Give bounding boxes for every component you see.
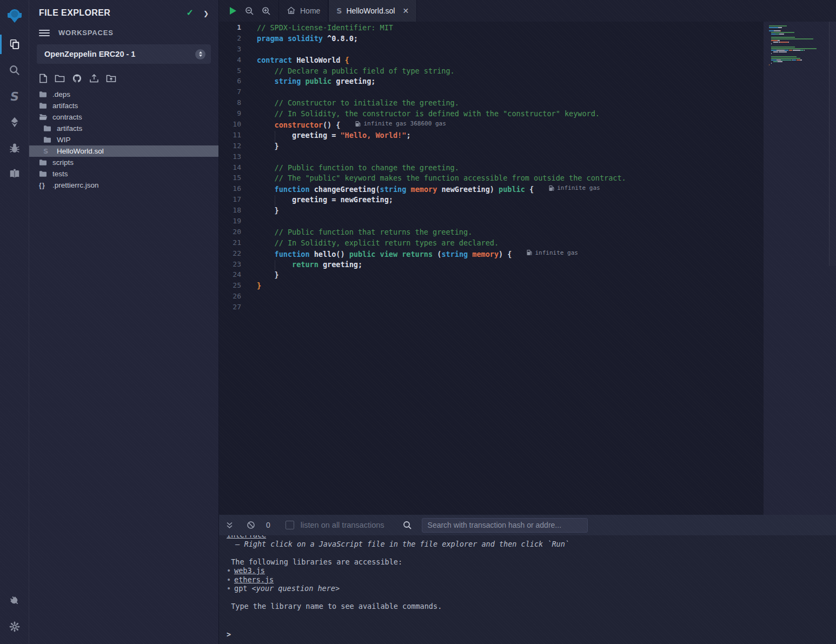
terminal-line[interactable]: •ethers.js [227,575,836,585]
line-number[interactable]: 23 [219,260,250,271]
load-folder-icon[interactable] [106,74,116,83]
tab-home[interactable]: Home [278,0,328,22]
listen-transactions-label: listen on all transactions [301,521,384,529]
tree-item--deps[interactable]: .deps [29,89,218,100]
code-line-22[interactable]: function hello() public view returns (st… [250,249,764,260]
activity-deploy-run-icon[interactable] [0,109,29,135]
line-number[interactable]: 2 [219,34,250,45]
code-line-21[interactable]: // In Solidity, explicit return types ar… [250,238,764,249]
code-line-2[interactable]: pragma solidity ^0.8.0; [250,34,764,45]
code-line-4[interactable]: contract HelloWorld { [250,56,764,67]
code-line-3[interactable] [250,45,764,56]
listen-transactions-checkbox[interactable] [286,521,294,529]
workspace-dropdown[interactable]: OpenZeppelin ERC20 - 1 [37,44,211,64]
double-chevron-down-icon[interactable] [225,521,234,529]
zoom-in-icon[interactable] [262,6,271,16]
code-line-6[interactable]: string public greeting; [250,77,764,88]
line-number[interactable]: 8 [219,98,250,109]
activity-debugger-icon[interactable] [0,135,29,161]
code-line-11[interactable]: greeting = "Hello, World!"; [250,131,764,142]
line-number[interactable]: 11 [219,131,250,142]
activity-learn-book-icon[interactable] [0,161,29,187]
minimap[interactable] [764,22,836,515]
line-number[interactable]: 1 [219,23,250,34]
tree-item-scripts[interactable]: scripts [29,157,218,168]
code-line-25[interactable]: } [250,281,764,292]
line-number[interactable]: 17 [219,195,250,206]
line-number[interactable]: 16 [219,184,250,195]
github-gist-icon[interactable] [72,74,82,83]
line-number[interactable]: 12 [219,142,250,152]
code-line-23[interactable]: return greeting; [250,260,764,271]
code-line-13[interactable] [250,152,764,163]
activity-plugin-manager-icon[interactable] [0,588,29,614]
code-line-20[interactable]: // Public function that returns the gree… [250,228,764,238]
code-line-1[interactable]: // SPDX-License-Identifier: MIT [250,23,764,34]
line-number[interactable]: 20 [219,228,250,238]
code-line-16[interactable]: function changeGreeting(string memory ne… [250,184,764,195]
tree-item-artifacts[interactable]: artifacts [29,123,218,134]
activity-remix-logo[interactable] [0,0,29,31]
code-line-12[interactable]: } [250,142,764,152]
zoom-out-icon[interactable] [245,6,254,16]
terminal-line[interactable]: •web3.js [227,566,836,575]
line-number[interactable]: 6 [219,77,250,88]
tree-item-contracts[interactable]: contracts [29,111,218,123]
code-line-7[interactable] [250,88,764,98]
chevron-right-icon[interactable] [203,8,209,18]
line-number[interactable]: 5 [219,67,250,77]
line-number[interactable]: 13 [219,152,250,163]
line-number[interactable]: 19 [219,217,250,228]
line-number[interactable]: 22 [219,249,250,260]
tree-item-artifacts[interactable]: artifacts [29,100,218,111]
code-line-10[interactable]: constructor() {infinite gas 368600 gas [250,120,764,131]
upload-file-icon[interactable] [89,74,99,83]
run-play-icon[interactable] [228,6,237,16]
new-file-icon[interactable] [39,74,48,83]
tree-item-tests[interactable]: tests [29,168,218,180]
code-line-27[interactable] [250,303,764,314]
line-number[interactable]: 10 [219,120,250,131]
terminal-prompt[interactable]: > [227,629,836,641]
tree-item--prettierrc-json[interactable]: { }.prettierrc.json [29,180,218,191]
tree-item-wip[interactable]: WIP [29,134,218,145]
block-icon[interactable] [247,521,255,529]
code-line-15[interactable]: // The "public" keyword makes the functi… [250,174,764,184]
activity-file-explorer-icon[interactable] [0,31,29,57]
code-area[interactable]: // SPDX-License-Identifier: MITpragma so… [250,22,764,515]
code-line-14[interactable]: // Public function to change the greetin… [250,163,764,174]
code-line-9[interactable]: // In Solidity, the constructor is defin… [250,109,764,120]
line-number[interactable]: 24 [219,270,250,281]
tab-helloworld-sol[interactable]: HelloWorld.sol [328,0,417,22]
activity-settings-gear-icon[interactable] [0,614,29,640]
terminal-line[interactable]: interface [227,535,836,540]
transaction-search-input[interactable] [422,518,588,533]
tree-item-helloworld-sol[interactable]: HelloWorld.sol [29,145,218,157]
line-number[interactable]: 14 [219,163,250,174]
code-line-8[interactable]: // Constructor to initialize the greetin… [250,98,764,109]
line-number[interactable]: 27 [219,303,250,314]
line-number[interactable]: 21 [219,238,250,249]
activity-search-icon[interactable] [0,57,29,83]
editor-scrollbar[interactable] [829,22,836,266]
code-line-18[interactable]: } [250,206,764,217]
workspaces-menu-icon[interactable] [39,30,50,36]
code-line-24[interactable]: } [250,270,764,281]
workspace-updown-icon[interactable] [195,49,205,59]
line-number[interactable]: 9 [219,109,250,120]
close-icon[interactable] [402,6,409,15]
check-icon[interactable] [187,8,194,18]
code-line-17[interactable]: greeting = newGreeting; [250,195,764,206]
code-line-19[interactable] [250,217,764,228]
activity-solidity-compiler-icon[interactable] [0,83,29,109]
line-number[interactable]: 4 [219,56,250,67]
line-number[interactable]: 7 [219,88,250,98]
line-number[interactable]: 18 [219,206,250,217]
new-folder-icon[interactable] [55,74,65,83]
code-line-26[interactable] [250,292,764,303]
code-line-5[interactable]: // Declare a public field of type string… [250,67,764,77]
line-number[interactable]: 15 [219,174,250,184]
line-number[interactable]: 3 [219,45,250,56]
line-number[interactable]: 25 [219,281,250,292]
line-number[interactable]: 26 [219,292,250,303]
